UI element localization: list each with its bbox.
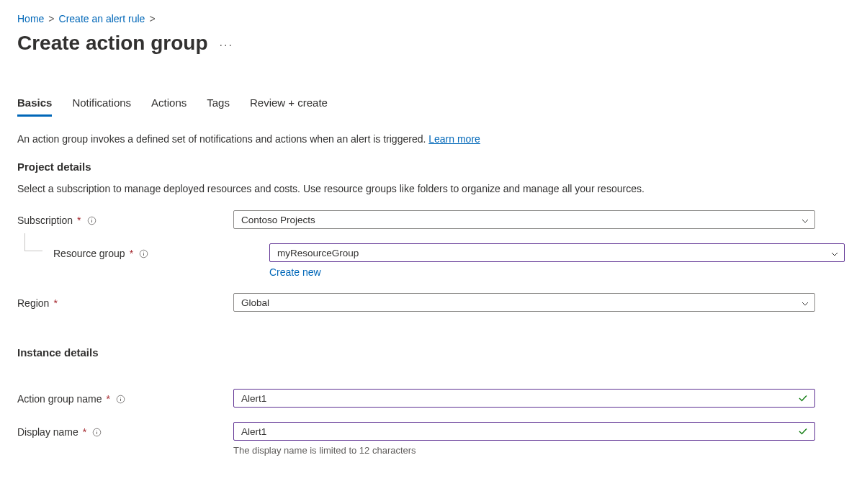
subscription-label: Subscription * (17, 210, 233, 226)
more-actions-button[interactable]: ··· (219, 35, 233, 51)
svg-point-2 (91, 218, 92, 219)
breadcrumb-separator: > (48, 13, 54, 24)
tab-actions[interactable]: Actions (151, 94, 187, 117)
display-name-input[interactable] (233, 422, 815, 441)
learn-more-link[interactable]: Learn more (428, 133, 480, 145)
region-label: Region * (17, 293, 233, 309)
required-indicator: * (107, 393, 110, 405)
info-icon[interactable] (116, 395, 125, 404)
display-name-label: Display name * (17, 422, 233, 438)
project-details-description: Select a subscription to manage deployed… (17, 183, 845, 194)
subscription-select[interactable] (233, 210, 815, 229)
required-indicator: * (83, 426, 86, 438)
tabs: Basics Notifications Actions Tags Review… (17, 94, 845, 117)
page-title: Create action group (17, 32, 207, 55)
info-icon[interactable] (87, 216, 96, 225)
required-indicator: * (130, 248, 133, 259)
resource-group-label-text: Resource group (53, 248, 125, 259)
resource-group-select[interactable] (269, 243, 845, 262)
breadcrumb-separator: > (149, 13, 155, 24)
region-select[interactable] (233, 293, 815, 312)
region-label-text: Region (17, 297, 49, 309)
info-icon[interactable] (139, 249, 148, 258)
tab-notifications[interactable]: Notifications (72, 94, 131, 117)
breadcrumb-create-alert-rule[interactable]: Create an alert rule (59, 13, 145, 24)
intro-text: An action group invokes a defined set of… (17, 133, 845, 145)
required-indicator: * (53, 297, 57, 309)
required-indicator: * (77, 215, 81, 226)
instance-details-heading: Instance details (17, 346, 845, 359)
breadcrumb-home[interactable]: Home (17, 13, 44, 24)
intro-description: An action group invokes a defined set of… (17, 133, 428, 145)
svg-point-8 (120, 397, 121, 397)
create-new-link[interactable]: Create new (269, 266, 321, 278)
subscription-label-text: Subscription (17, 215, 73, 226)
action-group-name-label: Action group name * (17, 389, 233, 405)
project-details-heading: Project details (17, 161, 845, 173)
breadcrumb: Home > Create an alert rule > (17, 13, 845, 24)
svg-point-11 (96, 430, 97, 431)
hierarchy-line (24, 233, 42, 251)
svg-point-5 (143, 251, 144, 252)
action-group-name-label-text: Action group name (17, 393, 102, 405)
tab-tags[interactable]: Tags (207, 94, 230, 117)
display-name-helper: The display name is limited to 12 charac… (233, 445, 815, 456)
tab-review-create[interactable]: Review + create (250, 94, 328, 117)
info-icon[interactable] (92, 428, 102, 437)
resource-group-label: Resource group * (17, 243, 269, 259)
action-group-name-input[interactable] (233, 389, 815, 408)
display-name-label-text: Display name (17, 426, 78, 438)
tab-basics[interactable]: Basics (17, 94, 52, 117)
